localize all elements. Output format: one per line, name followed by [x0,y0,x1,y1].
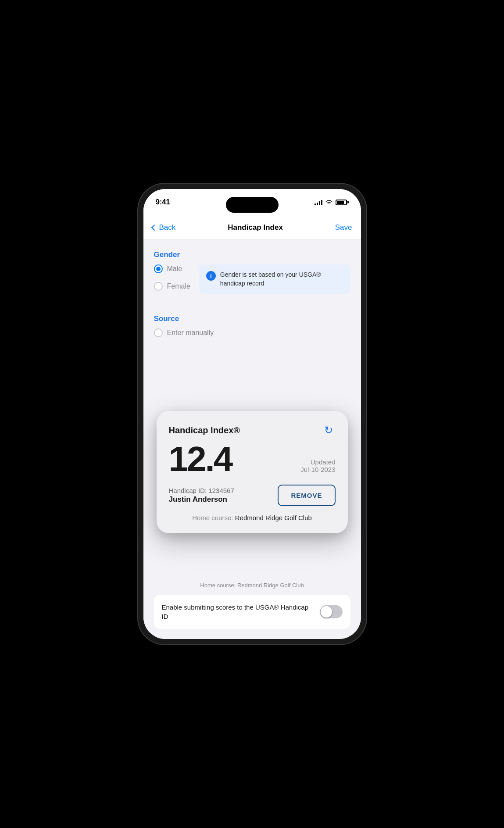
player-name: Justin Anderson [169,495,234,504]
submit-scores-text: Enable submitting scores to the USGA® Ha… [162,603,320,621]
female-radio-row[interactable]: Female [154,282,190,291]
updated-label: Updated [300,458,335,466]
status-time: 9:41 [156,198,170,207]
home-course-label: Home course: Redmond Ridge Golf Club [192,514,312,521]
card-details-row: Handicap ID: 1234567 Justin Anderson REM… [169,485,336,506]
handicap-value: 12.4 [169,442,232,477]
submit-scores-card: Enable submitting scores to the USGA® Ha… [154,595,350,629]
toggle-knob [321,606,332,617]
phone-screen: 9:41 [143,189,361,639]
card-header: Handicap Index® ↻ [169,423,336,437]
handicap-id-text: Handicap ID: 1234567 [169,487,234,494]
remove-button[interactable]: REMOVE [278,485,335,506]
signal-icon [315,199,322,205]
footer-row: Contact support U SGA ® HANDICAP DATA AF… [154,638,350,639]
info-icon: i [206,271,216,281]
handicap-id-section: Handicap ID: 1234567 Justin Anderson [169,487,234,504]
home-course-name: Redmond Ridge Golf Club [235,514,312,521]
usga-right-text: HANDICAP DATA AFFILIATE [315,639,349,639]
enter-manually-label: Enter manually [167,329,214,337]
female-radio[interactable] [154,282,163,291]
source-section-label: Source [154,314,350,323]
dynamic-island [226,197,279,213]
navigation-bar: Back Handicap Index Save [143,215,361,240]
home-course-row: Home course: Redmond Ridge Golf Club [169,514,336,522]
below-home-course: Home course: Redmond Ridge Golf Club [154,582,350,589]
male-radio-inner [156,267,161,271]
usga-text: U SGA ® [279,638,312,639]
usga-logo: U SGA ® HANDICAP DATA AFFILIATE [279,638,349,639]
gender-radio-group: Male Female [154,264,190,295]
enter-manually-radio[interactable] [154,328,163,337]
refresh-button[interactable]: ↻ [322,423,336,437]
handicap-card: Handicap Index® ↻ 12.4 Updated Jul-10-20… [157,411,348,533]
card-title: Handicap Index® [169,425,240,435]
back-label: Back [159,223,176,232]
screen-content: Gender Male Female [143,240,361,639]
gender-section: Gender Male Female [143,240,361,295]
gender-section-label: Gender [154,250,350,259]
male-radio[interactable] [154,264,163,273]
phone-frame: 9:41 [138,184,366,644]
usga-handicap-text: HANDICAP [315,639,349,639]
back-button[interactable]: Back [152,223,176,232]
submit-scores-toggle[interactable] [320,605,343,618]
tooltip-text: Gender is set based on your USGA® handic… [220,271,343,288]
wifi-icon [325,199,333,205]
battery-icon [336,200,349,205]
enter-manually-row[interactable]: Enter manually [154,328,350,337]
male-radio-row[interactable]: Male [154,264,190,273]
gender-tooltip: i Gender is set based on your USGA® hand… [199,264,350,294]
source-section: Source Enter manually [143,304,361,337]
save-button[interactable]: Save [335,223,352,232]
nav-title: Handicap Index [228,223,283,232]
card-value-row: 12.4 Updated Jul-10-2023 [169,442,336,477]
chevron-left-icon [151,224,157,230]
below-card-content: Home course: Redmond Ridge Golf Club Ena… [143,582,361,639]
handicap-id-value: 1234567 [208,487,234,494]
updated-info: Updated Jul-10-2023 [300,458,335,477]
updated-date: Jul-10-2023 [300,466,335,473]
status-icons [315,199,349,205]
usga-sga-letters: SGA [287,638,308,639]
female-label: Female [167,282,190,290]
male-label: Male [167,265,182,273]
usga-u-letter: U [279,638,286,639]
gender-options-row: Male Female i Gender is set based on [154,264,350,295]
